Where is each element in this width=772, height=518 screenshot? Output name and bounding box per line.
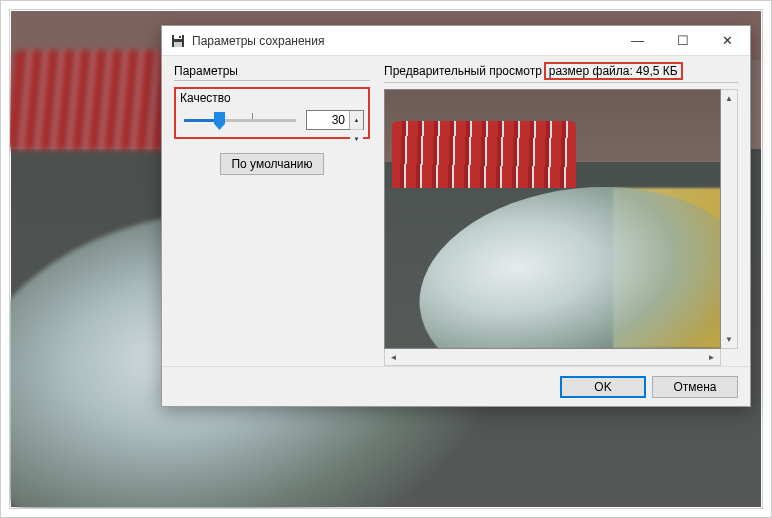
- parameters-panel: Параметры Качество: [174, 64, 370, 366]
- svg-rect-3: [179, 36, 181, 38]
- divider: [384, 82, 738, 83]
- preview-header: Предварительный просмотр размер файла: 4…: [384, 64, 738, 80]
- preview-panel: Предварительный просмотр размер файла: 4…: [384, 64, 738, 366]
- spinner-down-icon[interactable]: ▼: [350, 130, 363, 148]
- parameters-label: Параметры: [174, 64, 370, 78]
- quality-spinner[interactable]: ▲ ▼: [306, 110, 364, 130]
- vertical-scrollbar[interactable]: ▲ ▼: [721, 89, 738, 349]
- close-button[interactable]: ✕: [705, 26, 750, 56]
- window-buttons: — ☐ ✕: [615, 26, 750, 56]
- scroll-track[interactable]: [721, 107, 737, 331]
- dialog-footer: OK Отмена: [162, 366, 750, 406]
- quality-group-highlight: Качество ▲ ▼: [174, 87, 370, 139]
- scroll-left-icon[interactable]: ◄: [385, 349, 402, 365]
- scroll-up-icon[interactable]: ▲: [721, 90, 737, 107]
- minimize-button[interactable]: —: [615, 26, 660, 56]
- quality-slider[interactable]: [180, 109, 300, 131]
- slider-thumb[interactable]: [214, 112, 225, 130]
- ok-button[interactable]: OK: [560, 376, 646, 398]
- filesize-highlight: размер файла: 49,5 КБ: [544, 62, 683, 80]
- app-stage: Параметры сохранения — ☐ ✕ Параметры Кач…: [0, 0, 772, 518]
- filesize-label: размер файла: 49,5 КБ: [549, 64, 678, 78]
- titlebar[interactable]: Параметры сохранения — ☐ ✕: [162, 26, 750, 56]
- window-title: Параметры сохранения: [192, 34, 324, 48]
- quality-value-input[interactable]: [307, 111, 349, 129]
- dialog-body: Параметры Качество: [162, 56, 750, 366]
- scroll-right-icon[interactable]: ►: [703, 349, 720, 365]
- svg-rect-2: [174, 42, 182, 47]
- quality-label: Качество: [180, 91, 364, 105]
- scroll-down-icon[interactable]: ▼: [721, 331, 737, 348]
- preview-image[interactable]: [384, 89, 721, 349]
- divider: [174, 80, 370, 81]
- scroll-track[interactable]: [402, 349, 703, 365]
- save-icon: [170, 33, 186, 49]
- preview-label: Предварительный просмотр: [384, 64, 542, 80]
- spinner-up-icon[interactable]: ▲: [350, 111, 363, 130]
- maximize-button[interactable]: ☐: [660, 26, 705, 56]
- slider-tick: [252, 113, 253, 119]
- save-options-dialog: Параметры сохранения — ☐ ✕ Параметры Кач…: [161, 25, 751, 407]
- cancel-button[interactable]: Отмена: [652, 376, 738, 398]
- horizontal-scrollbar[interactable]: ◄ ►: [384, 349, 721, 366]
- default-button[interactable]: По умолчанию: [220, 153, 323, 175]
